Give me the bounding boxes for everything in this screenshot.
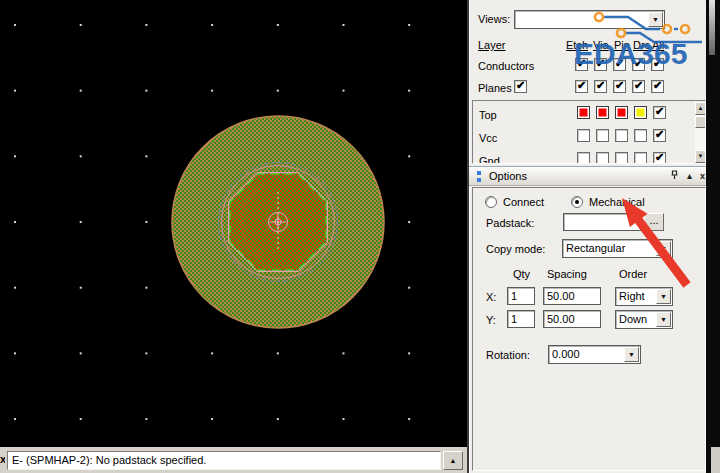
col-via[interactable]: Via: [593, 39, 609, 51]
x-qty-input[interactable]: [507, 287, 535, 305]
status-message: E- (SPMHAP-2): No padstack specified.: [7, 451, 441, 470]
checkbox[interactable]: [653, 129, 666, 142]
planes-pre-checkbox: [514, 80, 527, 93]
chevron-down-icon[interactable]: ▼: [656, 312, 671, 327]
checkbox[interactable]: [514, 80, 527, 93]
checkbox[interactable]: [615, 152, 628, 164]
options-titlebar[interactable]: Options ▴ x: [469, 166, 708, 186]
window-edge: [706, 0, 720, 473]
checkbox[interactable]: [577, 129, 590, 142]
checkbox[interactable]: [615, 129, 628, 142]
layer-gnd-label: Gnd: [479, 155, 500, 164]
col-pin[interactable]: Pin: [614, 39, 630, 51]
edge-footer-fragment: [711, 447, 720, 473]
pad-origin-crosshair: [269, 213, 288, 232]
views-combobox[interactable]: ▼: [514, 10, 665, 29]
x-row-label: X:: [486, 291, 496, 303]
y-spacing-input[interactable]: [543, 310, 601, 328]
planes-label: Planes: [478, 82, 512, 94]
color-swatch[interactable]: [577, 106, 590, 119]
y-order-value: Down: [619, 313, 655, 325]
checkbox[interactable]: [596, 129, 609, 142]
checkbox[interactable]: [613, 58, 626, 71]
padstack-input[interactable]: [563, 213, 641, 231]
checkbox[interactable]: [634, 129, 647, 142]
checkbox[interactable]: [594, 80, 607, 93]
control-panel: Views: ▼ Layer Etch Via Pin Drc All Cond…: [467, 0, 706, 473]
copy-mode-value: Rectangular: [566, 242, 655, 254]
layer-top-label: Top: [479, 109, 497, 121]
conductors-label: Conductors: [478, 60, 534, 72]
checkbox[interactable]: [575, 58, 588, 71]
col-etch[interactable]: Etch: [566, 39, 588, 51]
design-canvas[interactable]: [0, 0, 467, 447]
connect-radio[interactable]: [485, 196, 497, 208]
checkbox[interactable]: [651, 58, 664, 71]
checkbox[interactable]: [577, 152, 590, 164]
layer-list: Top Vcc Gnd ▲ ▼: [472, 100, 706, 164]
layer-vcc-cells: [577, 129, 666, 142]
mechanical-radio[interactable]: [571, 196, 583, 208]
scrollbar-thumb[interactable]: [695, 116, 706, 128]
col-drc[interactable]: Drc: [633, 39, 650, 51]
x-spacing-input[interactable]: [543, 287, 601, 305]
checkbox[interactable]: [596, 152, 609, 164]
options-body: Connect Mechanical Padstack: ... Copy mo…: [472, 187, 706, 471]
chevron-down-icon[interactable]: ▼: [656, 289, 671, 304]
chevron-down-icon[interactable]: ▼: [648, 12, 663, 27]
x-order-value: Right: [619, 290, 655, 302]
scroll-down-icon[interactable]: ▼: [695, 150, 706, 163]
copy-mode-combobox[interactable]: Rectangular ▼: [562, 239, 673, 258]
layer-list-scrollbar[interactable]: ▲ ▼: [695, 102, 706, 163]
checkbox[interactable]: [634, 152, 647, 164]
checkbox[interactable]: [653, 152, 666, 164]
spacing-header: Spacing: [547, 268, 587, 280]
padstack-browse-button[interactable]: ...: [644, 213, 664, 231]
y-row-label: Y:: [486, 314, 496, 326]
status-scroll-up-button[interactable]: ▲: [443, 451, 463, 470]
checkbox[interactable]: [651, 80, 664, 93]
options-title: Options: [489, 170, 527, 182]
connect-label[interactable]: Connect: [503, 196, 544, 208]
checkbox[interactable]: [594, 58, 607, 71]
checkbox[interactable]: [632, 80, 645, 93]
panel-grip-icon: [477, 171, 481, 182]
rotation-combobox[interactable]: 0.000 ▼: [548, 345, 641, 364]
planes-checkboxes: [575, 80, 664, 93]
qty-header: Qty: [513, 268, 530, 280]
mechanical-label[interactable]: Mechanical: [589, 196, 645, 208]
rotation-value: 0.000: [552, 348, 623, 360]
pcb-editor-window: x E- (SPMHAP-2): No padstack specified. …: [0, 0, 720, 473]
edge-scrollbar-fragment: [709, 0, 715, 55]
layer-vcc-label: Vcc: [479, 132, 497, 144]
scroll-up-icon[interactable]: ▲: [695, 102, 706, 115]
order-header: Order: [619, 268, 647, 280]
layer-gnd-cells: [577, 152, 666, 164]
color-swatch[interactable]: [596, 106, 609, 119]
views-label: Views:: [478, 13, 510, 25]
checkbox[interactable]: [613, 80, 626, 93]
status-bar: x E- (SPMHAP-2): No padstack specified. …: [0, 447, 467, 473]
checkbox[interactable]: [632, 58, 645, 71]
y-order-combobox[interactable]: Down ▼: [615, 310, 673, 329]
color-swatch[interactable]: [634, 106, 647, 119]
collapse-icon[interactable]: ▴: [683, 170, 696, 183]
layer-top-cells: [577, 106, 666, 119]
padstack-label: Padstack:: [486, 217, 534, 229]
color-swatch[interactable]: [615, 106, 628, 119]
checkbox[interactable]: [575, 80, 588, 93]
rotation-label: Rotation:: [486, 349, 530, 361]
pin-icon[interactable]: [668, 170, 681, 183]
col-all[interactable]: All: [652, 39, 664, 51]
conductors-checkboxes: [575, 58, 664, 71]
checkbox[interactable]: [653, 106, 666, 119]
pad-graphic: [0, 0, 467, 447]
y-qty-input[interactable]: [507, 310, 535, 328]
x-order-combobox[interactable]: Right ▼: [615, 287, 673, 306]
chevron-down-icon[interactable]: ▼: [656, 241, 671, 256]
layer-header[interactable]: Layer: [478, 39, 506, 51]
clipped-glyph: x: [0, 453, 5, 467]
chevron-down-icon[interactable]: ▼: [624, 347, 639, 362]
copy-mode-label: Copy mode:: [486, 243, 545, 255]
